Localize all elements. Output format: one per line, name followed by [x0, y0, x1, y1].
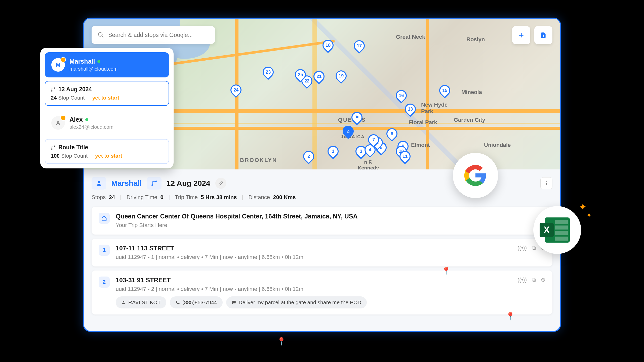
map-top-actions: [512, 26, 552, 44]
svg-point-14: [54, 146, 55, 146]
note-chip[interactable]: Deliver my parcel at the gate and share …: [226, 296, 367, 308]
sparkle-icon: ✦: [586, 211, 592, 219]
stop-title: 107-11 113 STREET: [116, 245, 511, 252]
pin-icon: 📍: [441, 266, 451, 275]
map-flag-marker[interactable]: ⚑: [351, 112, 363, 125]
driver-route-box[interactable]: 12 Aug 2024 24 Stop Count - yet to start: [45, 81, 169, 106]
stop-number: 1: [99, 245, 110, 256]
map-marker[interactable]: 11: [399, 151, 411, 164]
driver-card[interactable]: A Alex alex24@icloud.com: [45, 110, 169, 135]
svg-point-11: [52, 90, 52, 91]
driver-avatar: A: [51, 116, 65, 130]
stop-start[interactable]: Queen Cancer Center Of Queens Hospital C…: [92, 207, 552, 235]
file-import-icon: [540, 32, 547, 38]
home-badge: [99, 213, 110, 224]
person-icon: [121, 300, 126, 305]
message-icon: [232, 300, 236, 305]
route-meta: 24 Stop Count - yet to start: [51, 95, 163, 101]
copy-icon[interactable]: ⧉: [532, 277, 536, 283]
import-button[interactable]: [534, 26, 552, 44]
person-icon: [96, 180, 102, 187]
google-badge: [453, 153, 498, 198]
svg-line-1: [102, 36, 103, 37]
google-logo-icon: [463, 163, 488, 188]
drivers-panel: M Marshall marshall@icloud.com 12 Aug 20…: [40, 48, 174, 168]
add-stop-button[interactable]: [512, 26, 530, 44]
home-icon: [101, 215, 107, 221]
status-online-icon: [97, 60, 100, 63]
edit-date-button[interactable]: [215, 178, 226, 189]
route-driver-name: Marshall: [111, 179, 142, 188]
copy-icon[interactable]: ⧉: [532, 245, 536, 251]
driver-route-box[interactable]: Route Title 100 Stop Count - yet to star…: [45, 139, 169, 164]
pencil-icon: [218, 181, 223, 186]
svg-point-8: [546, 183, 547, 184]
map-marker[interactable]: 18: [323, 40, 334, 53]
svg-point-0: [98, 32, 102, 36]
map-marker[interactable]: 15: [439, 85, 450, 99]
map-marker[interactable]: 23: [263, 67, 274, 80]
driver-name: Marshall: [69, 58, 117, 65]
svg-point-7: [546, 182, 547, 182]
driver-name: Alex: [69, 116, 113, 123]
map-marker[interactable]: 19: [336, 70, 347, 84]
driver-icon-pill: [92, 177, 106, 190]
stop-title: Queen Cancer Center Of Queens Hospital C…: [116, 213, 545, 220]
svg-point-9: [546, 184, 547, 185]
plus-icon: [518, 32, 525, 38]
map-marker[interactable]: 25: [295, 69, 306, 83]
map-marker[interactable]: 16: [396, 90, 407, 104]
sparkle-icon: ✦: [579, 201, 587, 213]
map-marker[interactable]: 1: [328, 146, 339, 159]
map-marker[interactable]: 2: [303, 151, 314, 164]
signal-icon[interactable]: ((•)): [517, 277, 527, 283]
stop-actions: ((•)) ⧉ ⊕: [517, 277, 545, 283]
phone-chip[interactable]: (885)853-7944: [170, 296, 223, 308]
stop-row[interactable]: 1 107-11 113 STREET uuid 112947 - 1 | no…: [92, 239, 552, 266]
search-bar[interactable]: [92, 26, 215, 44]
phone-icon: [175, 300, 180, 305]
stop-chips: RAVI ST KOT (885)853-7944 Deliver my par…: [116, 296, 511, 308]
stop-title: 103-31 91 STREET: [116, 277, 511, 284]
svg-point-6: [155, 181, 156, 182]
map-marker[interactable]: 17: [354, 40, 365, 54]
stop-subtitle: uuid 112947 - 2 | normal • delivery • 7 …: [116, 286, 511, 292]
signal-icon[interactable]: ((•)): [517, 245, 527, 251]
locate-icon[interactable]: ⊕: [541, 277, 545, 283]
route-icon: [151, 180, 157, 187]
map-marker[interactable]: 24: [230, 84, 242, 98]
stop-subtitle: uuid 112947 - 1 | normal • delivery • 7 …: [116, 254, 511, 260]
status-online-icon: [85, 118, 88, 121]
svg-point-13: [52, 149, 52, 149]
more-menu-button[interactable]: [540, 177, 552, 189]
pin-icon: 📍: [506, 312, 515, 321]
svg-point-5: [152, 185, 153, 186]
map-home-marker[interactable]: ⌂: [343, 126, 354, 139]
search-icon: [98, 32, 104, 38]
stop-row[interactable]: 2 103-31 91 STREET uuid 112947 - 2 | nor…: [92, 270, 552, 314]
route-meta: 100 Stop Count - yet to start: [51, 153, 163, 159]
search-input[interactable]: [108, 32, 209, 38]
driver-email: alex24@icloud.com: [69, 124, 113, 130]
driver-email: marshall@icloud.com: [69, 66, 117, 72]
route-title: Route Title: [51, 144, 163, 151]
driver-avatar: M: [51, 58, 65, 72]
route-icon-pill: [147, 177, 162, 190]
svg-point-4: [98, 181, 100, 183]
more-vertical-icon: [544, 181, 549, 186]
route-date: 12 Aug 2024: [167, 179, 210, 188]
excel-icon: [545, 217, 570, 243]
route-icon: [51, 145, 56, 150]
map-marker[interactable]: 7: [368, 134, 379, 148]
svg-point-12: [54, 87, 55, 88]
svg-point-10: [123, 301, 124, 302]
contact-chip[interactable]: RAVI ST KOT: [116, 296, 166, 308]
map-marker[interactable]: 13: [405, 104, 416, 117]
map-marker[interactable]: 8: [386, 128, 397, 142]
excel-badge: [533, 206, 581, 254]
driver-card-active[interactable]: M Marshall marshall@icloud.com: [45, 52, 169, 77]
route-icon: [51, 87, 56, 92]
map-marker[interactable]: 21: [313, 71, 325, 84]
stop-number: 2: [99, 277, 110, 288]
route-date: 12 Aug 2024: [51, 86, 163, 93]
